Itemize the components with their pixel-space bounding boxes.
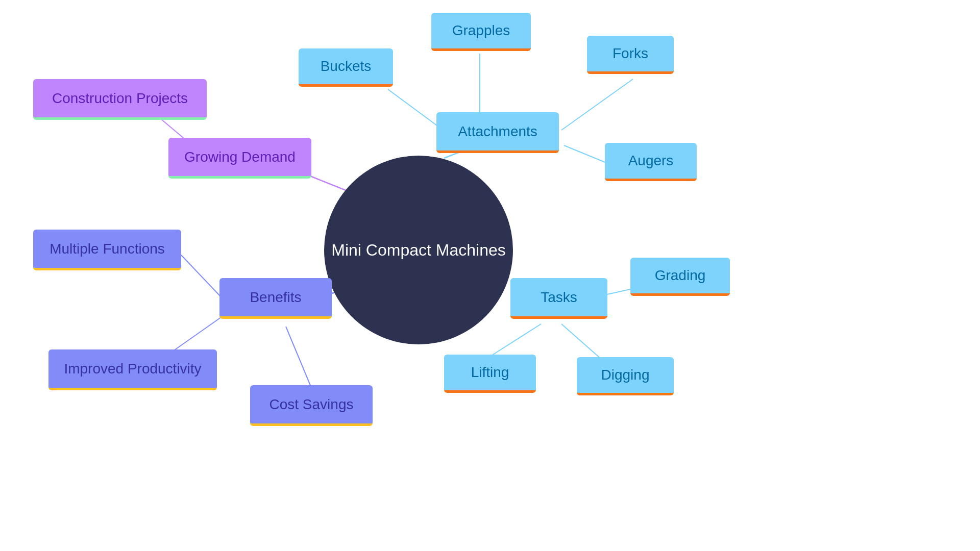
node-label: Digging xyxy=(601,367,650,383)
node-label: Construction Projects xyxy=(52,90,188,107)
node-grapples[interactable]: Grapples xyxy=(431,13,531,51)
node-forks[interactable]: Forks xyxy=(587,36,674,74)
node-digging[interactable]: Digging xyxy=(577,357,674,395)
node-label: Cost Savings xyxy=(270,396,354,413)
node-tasks[interactable]: Tasks xyxy=(510,278,607,319)
node-benefits[interactable]: Benefits xyxy=(219,278,332,319)
node-label: Attachments xyxy=(458,123,537,140)
node-label: Tasks xyxy=(541,289,577,306)
svg-line-9 xyxy=(561,79,633,130)
node-improved-productivity[interactable]: Improved Productivity xyxy=(48,349,217,390)
node-label: Growing Demand xyxy=(184,149,296,165)
node-buckets[interactable]: Buckets xyxy=(299,48,393,87)
node-lifting[interactable]: Lifting xyxy=(444,355,536,393)
node-label: Grapples xyxy=(452,22,510,39)
node-label: Buckets xyxy=(321,58,372,74)
svg-line-5 xyxy=(286,327,311,388)
node-attachments[interactable]: Attachments xyxy=(436,112,559,153)
svg-line-13 xyxy=(489,324,541,357)
node-label: Lifting xyxy=(471,364,509,381)
node-label: Benefits xyxy=(250,289,301,306)
node-cost-savings[interactable]: Cost Savings xyxy=(250,385,373,426)
node-label: Multiple Functions xyxy=(50,241,165,257)
node-grading[interactable]: Grading xyxy=(630,258,730,296)
center-label: Mini Compact Machines xyxy=(331,241,505,260)
node-multiple-functions[interactable]: Multiple Functions xyxy=(33,230,181,270)
node-label: Grading xyxy=(655,267,706,284)
node-label: Forks xyxy=(612,45,648,62)
node-growing-demand[interactable]: Growing Demand xyxy=(168,138,311,179)
svg-line-10 xyxy=(564,145,610,164)
center-node[interactable]: Mini Compact Machines xyxy=(324,156,513,344)
node-construction-projects[interactable]: Construction Projects xyxy=(33,79,207,120)
node-augers[interactable]: Augers xyxy=(605,143,697,181)
node-label: Augers xyxy=(628,153,674,169)
node-label: Improved Productivity xyxy=(64,361,201,377)
svg-line-14 xyxy=(561,324,605,362)
